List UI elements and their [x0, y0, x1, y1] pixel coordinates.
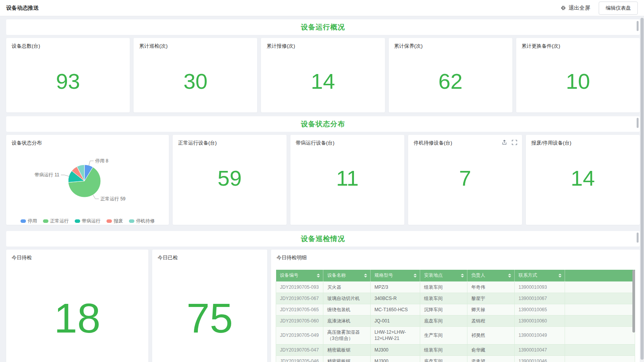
table-cell: 精密裁板锯 — [323, 355, 371, 362]
fullscreen-expand-icon[interactable] — [512, 140, 517, 145]
col-header[interactable]: 设备名称 — [323, 270, 371, 281]
table-cell: JDY20190705-067 — [276, 293, 323, 304]
legend-item-with-issues[interactable]: 带病运行 — [75, 218, 101, 224]
table-cell: MJ300 — [371, 344, 420, 355]
stat-card-today-pending: 今日待检18 — [6, 250, 148, 362]
sort-caret[interactable] — [414, 274, 417, 278]
col-header-empty — [565, 270, 635, 281]
table-cell: 13900010049 — [515, 327, 565, 344]
stat-card-title: 报废/停用设备(台) — [526, 135, 640, 151]
table-cell-empty — [565, 355, 635, 362]
table-row[interactable]: JDY20190705-065缠绕包装机MC-T1650-HCS沉降车间卿天禄1… — [276, 304, 635, 315]
exit-fullscreen-button[interactable]: 退出全屏 — [560, 5, 590, 12]
table-row[interactable]: JDY20190705-067玻璃自动切片机340BCS-R组装车间黎星宇139… — [276, 293, 635, 304]
table-cell-empty — [565, 344, 635, 355]
section-title-inspection: 设备巡检情况 — [301, 234, 345, 243]
table-cell: 玻璃自动切片机 — [323, 293, 371, 304]
sort-caret[interactable] — [558, 274, 562, 278]
table-cell-empty — [565, 327, 635, 344]
table-cell: JDY20190705-093 — [276, 281, 323, 293]
legend-item-scrapped[interactable]: 报废 — [106, 218, 123, 224]
section-header-inspection: 设备巡检情况 — [6, 231, 640, 247]
stat-card-title: 设备总数(台) — [6, 38, 130, 54]
table-cell: JDY20190705-049 — [276, 327, 323, 344]
col-header[interactable]: 规格型号 — [371, 270, 420, 281]
edit-dashboard-button[interactable]: 编辑仪表盘 — [599, 2, 638, 15]
table-cell: 卿天禄 — [467, 304, 515, 315]
table-cell: JDY20190705-047 — [276, 344, 323, 355]
pie-label-line — [61, 175, 69, 176]
col-header-label: 设备名称 — [327, 272, 346, 279]
stat-card-title: 今日已检 — [152, 250, 267, 266]
section-scrollbar[interactable] — [637, 21, 639, 31]
legend-item-normal[interactable]: 正常运行 — [43, 218, 69, 224]
stat-value-scrapped-disabled: 14 — [571, 165, 595, 191]
sort-caret[interactable] — [461, 274, 464, 278]
table-cell: 沉降车间 — [420, 304, 467, 315]
section-title-overview: 设备运行概况 — [301, 22, 345, 32]
stat-value-today-inspected: 75 — [186, 294, 233, 342]
col-header-label: 设备编号 — [280, 272, 299, 279]
section-header-status: 设备状态分布 — [6, 116, 640, 132]
col-header[interactable]: 负责人 — [467, 270, 515, 281]
table-scrollbar[interactable] — [632, 270, 635, 333]
col-header[interactable]: 联系方式 — [515, 270, 565, 281]
inspection-cards-row: 今日待检18今日已检75 今日待检明细 设备编号设备名称规格型号安装地点负责人联… — [6, 250, 640, 362]
col-header[interactable]: 设备编号 — [276, 270, 323, 281]
table-cell: 13900010065 — [515, 304, 565, 315]
stat-card-today-inspected: 今日已检75 — [152, 250, 267, 362]
legend-item-pending-repair[interactable]: 停机待修 — [129, 218, 155, 224]
table-row[interactable]: JDY20190705-047精密裁板锯MJ300组装车间俞华藏13900010… — [276, 344, 635, 355]
sort-caret[interactable] — [364, 274, 367, 278]
table-cell: JDY20190705-060 — [276, 315, 323, 327]
stat-value-total-devices: 93 — [56, 69, 80, 94]
col-header-label: 联系方式 — [519, 272, 537, 279]
section-scrollbar[interactable] — [637, 118, 639, 128]
legend-item-stopped[interactable]: 停用 — [21, 218, 37, 224]
stat-value-down-for-repair: 7 — [459, 165, 471, 191]
stat-card-total-inspections: 累计巡检(次)30 — [134, 38, 257, 112]
table-cell: 精密裁板锯 — [323, 344, 371, 355]
col-header[interactable]: 安装地点 — [420, 270, 467, 281]
pie-label-line — [89, 161, 94, 166]
topbar-actions: 退出全屏 编辑仪表盘 — [560, 2, 638, 15]
table-cell: JDY20190705-046 — [276, 355, 323, 362]
stat-card-scrapped-disabled: 报废/停用设备(台)14 — [526, 135, 640, 225]
sort-caret[interactable] — [508, 274, 511, 278]
section-scrollbar[interactable] — [637, 233, 639, 243]
page-scrollbar[interactable] — [640, 17, 644, 362]
stat-value-total-part-replacements: 10 — [566, 69, 590, 94]
dashboard-content: 设备运行概况 设备总数(台)93累计巡检(次)30累计报修(次)14累计保养(次… — [0, 16, 644, 362]
table-cell: MJ300 — [371, 355, 420, 362]
page-scrollbar-thumb[interactable] — [641, 18, 644, 360]
pie-label: 带病运行 11 — [35, 172, 60, 178]
table-cell: 俞华藏 — [467, 344, 515, 355]
exit-fullscreen-label: 退出全屏 — [568, 5, 590, 12]
card-action-icons — [501, 140, 517, 145]
table-cell-empty — [565, 293, 635, 304]
stat-value-total-inspections: 30 — [184, 69, 208, 94]
export-icon[interactable] — [501, 140, 507, 145]
table-card-title: 今日待检明细 — [271, 250, 640, 266]
table-cell: LHW-12+LHW-12+LHW-21 — [371, 327, 420, 344]
table-cell: 底漆浇淋机 — [323, 315, 371, 327]
table-cell: 高压微雾加湿器（3台组合） — [323, 327, 371, 344]
table-cell: 孟锦程 — [467, 315, 515, 327]
legend-label: 带病运行 — [82, 218, 101, 224]
table-row[interactable]: JDY20190705-060底漆浇淋机JQ-001底盘车间孟锦程1390001… — [276, 315, 635, 327]
table-row[interactable]: JDY20190705-046精密裁板锯MJ300底盘车间牵承望13900010… — [276, 355, 635, 362]
table-row[interactable]: JDY20190705-049高压微雾加湿器（3台组合）LHW-12+LHW-1… — [276, 327, 635, 344]
stat-card-title: 累计巡检(次) — [134, 38, 257, 54]
table-row[interactable]: JDY20190705-093灭火器MPZ/3组装车间年奇伟1390001009… — [276, 281, 635, 293]
table-cell: 底盘车间 — [420, 355, 467, 362]
status-pie-card: 设备状态分布 停用 8正常运行 59带病运行 11 停用正常运行带病运行报废停机… — [6, 135, 169, 225]
stat-card-down-for-repair: 停机待修设备(台)7 — [408, 135, 522, 225]
stat-value-total-repairs: 14 — [311, 69, 335, 94]
table-cell: 底盘车间 — [420, 315, 467, 327]
exit-fullscreen-icon — [560, 5, 566, 11]
table-wrapper: 设备编号设备名称规格型号安装地点负责人联系方式JDY20190705-093灭火… — [276, 270, 635, 362]
stat-value-total-maintenance: 62 — [438, 69, 462, 94]
legend-marker — [21, 219, 26, 223]
sort-caret[interactable] — [317, 274, 320, 278]
legend-label: 停用 — [28, 218, 37, 224]
